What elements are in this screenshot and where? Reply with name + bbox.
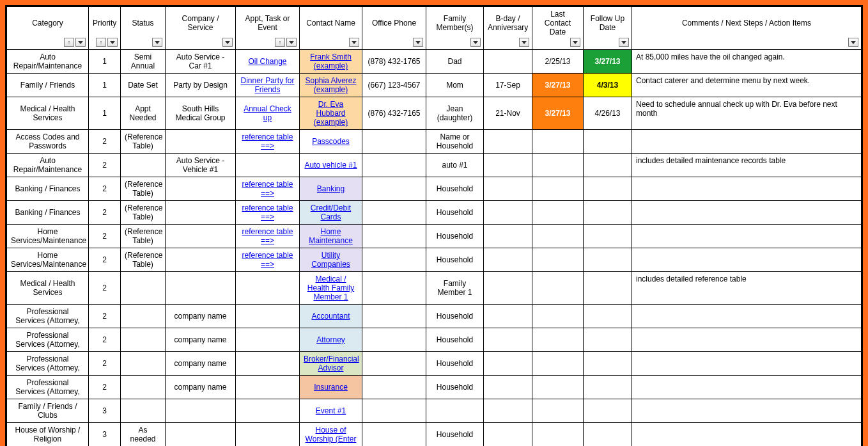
cell-category: Banking / Finances bbox=[7, 201, 89, 225]
link[interactable]: Auto vehicle #1 bbox=[304, 161, 357, 170]
chevron-down-icon bbox=[573, 41, 578, 44]
link[interactable]: Attorney bbox=[316, 335, 345, 344]
cell-follow bbox=[584, 272, 632, 305]
link[interactable]: reference table ==> bbox=[242, 227, 293, 245]
chevron-down-icon bbox=[621, 41, 626, 44]
filter-button[interactable] bbox=[570, 38, 580, 47]
table-row: Access Codes and Passwords2(Reference Ta… bbox=[7, 130, 862, 154]
link[interactable]: Medical / Health Family Member 1 bbox=[307, 275, 354, 301]
link[interactable]: Annual Check up bbox=[244, 104, 291, 122]
cell-priority: 2 bbox=[89, 328, 121, 352]
link[interactable]: reference table ==> bbox=[242, 132, 293, 150]
column-label: Appt, Task or Event bbox=[245, 14, 290, 32]
filter-button[interactable] bbox=[519, 38, 529, 47]
sort-button[interactable]: ↑ bbox=[96, 38, 106, 47]
cell-phone: (876) 432-7165 bbox=[362, 97, 426, 130]
column-label: Company / Service bbox=[182, 14, 219, 32]
link[interactable]: Oil Change bbox=[248, 57, 286, 66]
link[interactable]: Home Maintenance bbox=[309, 227, 353, 245]
link[interactable]: Dr. Eva Hubbard (example) bbox=[314, 100, 348, 127]
cell-contact[interactable]: House of Worship (Enter bbox=[300, 423, 362, 447]
sort-button[interactable]: ↑ bbox=[275, 38, 285, 47]
cell-contact[interactable]: Home Maintenance bbox=[300, 225, 362, 248]
table-row: Medical / Health Services2Medical / Heal… bbox=[7, 272, 862, 305]
link[interactable]: Event #1 bbox=[316, 406, 346, 415]
cell-contact[interactable]: Dr. Eva Hubbard (example) bbox=[300, 97, 362, 130]
filter-button[interactable] bbox=[152, 38, 162, 47]
chevron-down-icon bbox=[352, 41, 357, 44]
filter-button[interactable] bbox=[619, 38, 629, 47]
filter-button[interactable] bbox=[107, 38, 118, 47]
cell-phone: (667) 123-4567 bbox=[362, 74, 426, 97]
cell-follow: 4/3/13 bbox=[584, 74, 632, 97]
cell-last bbox=[532, 201, 584, 225]
link[interactable]: Frank Smith (example) bbox=[310, 52, 352, 70]
cell-contact[interactable]: Event #1 bbox=[300, 399, 362, 423]
cell-status: (Reference Table) bbox=[121, 201, 166, 225]
cell-contact[interactable]: Attorney bbox=[300, 328, 362, 352]
cell-contact[interactable]: Medical / Health Family Member 1 bbox=[300, 272, 362, 305]
filter-button[interactable] bbox=[470, 38, 481, 47]
cell-comments: At 85,000 miles have the oil changed aga… bbox=[632, 50, 862, 74]
link[interactable]: Credit/Debit Cards bbox=[311, 203, 351, 221]
cell-comments bbox=[632, 130, 862, 154]
cell-category: Professional Services (Attorney, bbox=[7, 376, 89, 399]
cell-status: (Reference Table) bbox=[121, 248, 166, 272]
cell-contact[interactable]: Accountant bbox=[300, 305, 362, 328]
cell-phone: (878) 432-1765 bbox=[362, 50, 426, 74]
cell-contact[interactable]: Utility Companies bbox=[300, 248, 362, 272]
cell-contact[interactable]: Auto vehicle #1 bbox=[300, 154, 362, 177]
link[interactable]: Broker/Financial Advisor bbox=[304, 354, 359, 372]
link[interactable]: Sophia Alverez (example) bbox=[305, 76, 356, 94]
link[interactable]: reference table ==> bbox=[242, 203, 293, 221]
link[interactable]: Passcodes bbox=[312, 137, 350, 146]
cell-family: Family Member 1 bbox=[426, 272, 484, 305]
filter-button[interactable] bbox=[286, 38, 297, 47]
cell-last: 3/27/13 bbox=[532, 74, 584, 97]
cell-appt[interactable]: reference table ==> bbox=[236, 225, 300, 248]
cell-family: Household bbox=[426, 328, 484, 352]
filter-button[interactable] bbox=[349, 38, 359, 47]
cell-contact[interactable]: Broker/Financial Advisor bbox=[300, 352, 362, 376]
link[interactable]: Utility Companies bbox=[311, 251, 350, 269]
cell-appt[interactable]: reference table ==> bbox=[236, 130, 300, 154]
cell-company bbox=[166, 399, 236, 423]
cell-contact[interactable]: Credit/Debit Cards bbox=[300, 201, 362, 225]
chevron-down-icon bbox=[851, 41, 856, 44]
cell-contact[interactable]: Passcodes bbox=[300, 130, 362, 154]
cell-appt[interactable]: Annual Check up bbox=[236, 97, 300, 130]
column-label: Status bbox=[132, 19, 153, 28]
cell-category: Auto Repair/Maintenance bbox=[7, 154, 89, 177]
cell-follow bbox=[584, 248, 632, 272]
cell-status bbox=[121, 305, 166, 328]
cell-comments bbox=[632, 399, 862, 423]
link[interactable]: Dinner Party for Friends bbox=[240, 76, 294, 94]
cell-priority: 2 bbox=[89, 352, 121, 376]
filter-button[interactable] bbox=[222, 38, 233, 47]
column-header-category: Category↑ bbox=[7, 7, 89, 50]
cell-appt[interactable]: Dinner Party for Friends bbox=[236, 74, 300, 97]
filter-button[interactable] bbox=[848, 38, 858, 47]
cell-contact[interactable]: Sophia Alverez (example) bbox=[300, 74, 362, 97]
cell-appt[interactable]: reference table ==> bbox=[236, 248, 300, 272]
cell-contact[interactable]: Banking bbox=[300, 177, 362, 201]
cell-comments bbox=[632, 328, 862, 352]
cell-appt[interactable]: reference table ==> bbox=[236, 177, 300, 201]
cell-priority: 2 bbox=[89, 177, 121, 201]
cell-phone bbox=[362, 177, 426, 201]
cell-contact[interactable]: Insurance bbox=[300, 376, 362, 399]
link[interactable]: House of Worship (Enter bbox=[306, 426, 357, 443]
sort-button[interactable]: ↑ bbox=[64, 38, 74, 47]
cell-last bbox=[532, 248, 584, 272]
link[interactable]: reference table ==> bbox=[242, 180, 293, 198]
cell-appt[interactable]: Oil Change bbox=[236, 50, 300, 74]
link[interactable]: Insurance bbox=[314, 383, 348, 392]
filter-button[interactable] bbox=[413, 38, 423, 47]
cell-contact[interactable]: Frank Smith (example) bbox=[300, 50, 362, 74]
filter-button[interactable] bbox=[75, 38, 86, 47]
link[interactable]: reference table ==> bbox=[242, 251, 293, 269]
cell-appt[interactable]: reference table ==> bbox=[236, 201, 300, 225]
link[interactable]: Banking bbox=[317, 184, 345, 193]
link[interactable]: Accountant bbox=[311, 312, 350, 321]
cell-comments: Contact caterer and determine menu by ne… bbox=[632, 74, 862, 97]
